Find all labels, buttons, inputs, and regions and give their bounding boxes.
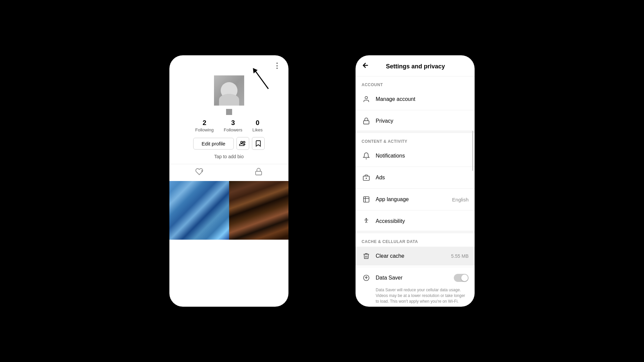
ads-item[interactable]: Ads — [356, 168, 475, 187]
section-divider-1 — [356, 130, 475, 133]
following-stat[interactable]: 2 Following — [195, 119, 214, 132]
clear-cache-item[interactable]: Clear cache 5.55 MB — [356, 247, 475, 265]
datasaver-icon — [362, 273, 371, 283]
left-phone: ⋮ 2 Following 3 Followers 0 Likes Edit p… — [169, 55, 288, 307]
private-tab[interactable] — [255, 168, 263, 178]
svg-line-0 — [255, 70, 268, 89]
cache-section-label: CACHE & CELLULAR DATA — [356, 233, 475, 247]
followers-count: 3 — [231, 119, 235, 127]
toggle-knob — [461, 275, 468, 281]
cache-size-value: 5.55 MB — [451, 253, 469, 259]
back-button[interactable] — [362, 61, 370, 71]
svg-point-5 — [365, 97, 367, 99]
likes-label: Likes — [253, 127, 263, 132]
svg-rect-6 — [364, 121, 369, 124]
settings-body: ACCOUNT Manage account Privacy CONTE — [356, 76, 475, 307]
data-saver-toggle[interactable] — [454, 274, 469, 282]
likes-stat[interactable]: 0 Likes — [253, 119, 263, 132]
following-label: Following — [195, 127, 214, 132]
privacy-item[interactable]: Privacy — [356, 112, 475, 130]
clear-cache-label: Clear cache — [376, 253, 451, 259]
following-count: 2 — [203, 119, 206, 127]
accessibility-item[interactable]: Accessibility — [356, 212, 475, 231]
edit-profile-button[interactable]: Edit profile — [193, 138, 234, 149]
person-icon — [362, 95, 371, 104]
stats-row: 2 Following 3 Followers 0 Likes — [195, 119, 263, 132]
settings-header: Settings and privacy — [356, 55, 475, 76]
content-activity-section-label: CONTENT & ACTIVITY — [356, 133, 475, 146]
content-thumbnail-2[interactable] — [229, 181, 289, 240]
lock-icon — [362, 116, 371, 126]
content-thumbnail-1[interactable] — [169, 181, 229, 240]
arrow-annotation — [248, 65, 275, 92]
add-friend-button[interactable] — [236, 137, 249, 150]
avatar — [214, 75, 244, 106]
action-row: Edit profile — [193, 137, 265, 150]
profile-tabs — [169, 164, 288, 178]
notifications-item[interactable]: Notifications — [356, 146, 475, 165]
app-language-label: App language — [376, 196, 452, 202]
followers-label: Followers — [224, 127, 243, 132]
bio-text[interactable]: Tap to add bio — [214, 154, 244, 159]
likes-count: 0 — [256, 119, 259, 127]
svg-rect-4 — [256, 171, 262, 175]
liked-tab[interactable] — [195, 168, 203, 178]
followers-stat[interactable]: 3 Followers — [224, 119, 243, 132]
divider-5 — [356, 267, 475, 267]
app-language-item[interactable]: App language English — [356, 190, 475, 209]
notifications-label: Notifications — [376, 153, 469, 159]
scrollbar — [472, 131, 473, 171]
section-divider-2 — [356, 231, 475, 233]
data-saver-item[interactable]: Data Saver — [356, 268, 475, 287]
language-icon — [362, 195, 371, 204]
content-grid — [169, 181, 288, 240]
account-section-label: ACCOUNT — [356, 76, 475, 90]
divider-2 — [356, 167, 475, 167]
manage-account-label: Manage account — [376, 96, 469, 102]
accessibility-label: Accessibility — [376, 218, 469, 224]
data-saver-description: Data Saver will reduce your cellular dat… — [356, 287, 475, 307]
trash-icon — [362, 251, 371, 261]
ads-label: Ads — [376, 175, 469, 181]
divider-1 — [356, 110, 475, 110]
right-phone: Settings and privacy ACCOUNT Manage acco… — [356, 55, 475, 307]
accessibility-icon — [362, 217, 371, 226]
bookmark-button[interactable] — [252, 137, 265, 150]
avatar-edit-indicator — [226, 109, 232, 115]
manage-account-item[interactable]: Manage account — [356, 90, 475, 109]
settings-title: Settings and privacy — [374, 63, 457, 70]
divider-4 — [356, 210, 475, 210]
svg-rect-10 — [364, 197, 369, 202]
svg-point-11 — [366, 218, 367, 219]
app-language-value: English — [452, 197, 469, 202]
privacy-label: Privacy — [376, 118, 469, 124]
bell-icon — [362, 151, 371, 161]
divider-3 — [356, 188, 475, 189]
data-saver-label: Data Saver — [376, 275, 454, 281]
ads-icon — [362, 173, 371, 182]
